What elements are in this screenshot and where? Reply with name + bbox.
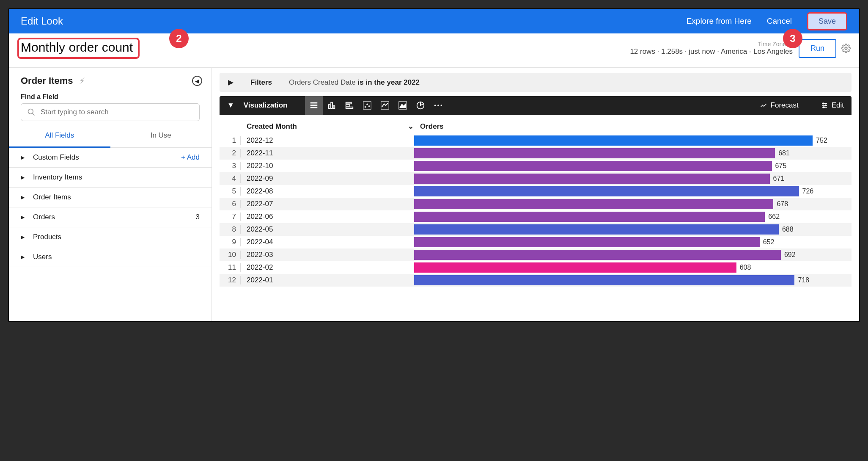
cell-created-month: 2022-02 (241, 263, 414, 272)
viz-type-column-icon[interactable] (323, 96, 341, 115)
orders-value: 678 (777, 200, 788, 208)
orders-value: 718 (798, 276, 809, 284)
caret-right-icon: ▶ (21, 214, 25, 220)
field-search[interactable] (21, 103, 200, 121)
orders-bar (414, 212, 765, 222)
svg-rect-16 (381, 102, 389, 109)
cell-created-month: 2022-09 (241, 174, 414, 183)
cell-created-month: 2022-01 (241, 276, 414, 284)
caret-right-icon: ▶ (21, 155, 25, 160)
svg-point-28 (823, 107, 824, 108)
table-row[interactable]: 92022-04652 (220, 236, 852, 248)
svg-rect-11 (346, 107, 353, 109)
cell-orders: 671 (414, 174, 852, 184)
viz-type-line-icon[interactable] (376, 96, 394, 115)
viz-type-bar-icon[interactable] (341, 96, 358, 115)
viz-edit-button[interactable]: Edit (821, 101, 844, 110)
results-panel: ▶ Filters Orders Created Date is in the … (212, 68, 859, 321)
orders-value: 675 (775, 162, 787, 170)
orders-value: 692 (784, 251, 796, 259)
row-index: 8 (220, 225, 241, 234)
filter-summary: Orders Created Date is in the year 2022 (289, 78, 420, 87)
view-label: Users (33, 253, 52, 261)
svg-rect-8 (333, 106, 335, 108)
look-title-input[interactable]: Monthly order count (21, 40, 133, 55)
orders-value: 652 (763, 238, 775, 246)
bolt-icon[interactable]: ⚡︎ (79, 76, 85, 86)
visualization-label: Visualization (244, 101, 288, 110)
cell-created-month: 2022-03 (241, 251, 414, 259)
collapse-sidebar-icon[interactable]: ◀ (192, 76, 202, 86)
caret-down-icon[interactable]: ▼ (227, 101, 234, 110)
column-created-month[interactable]: Created Month⌄ (241, 122, 414, 131)
svg-rect-12 (363, 102, 371, 109)
column-orders[interactable]: Orders (414, 122, 852, 131)
look-title-highlight: Monthly order count (17, 38, 140, 59)
table-row[interactable]: 62022-07678 (220, 198, 852, 210)
viz-type-pie-icon[interactable] (412, 96, 429, 115)
table-row[interactable]: 72022-06662 (220, 210, 852, 223)
viz-type-table-icon[interactable] (305, 96, 323, 115)
table-row[interactable]: 122022-01718 (220, 274, 852, 287)
orders-value: 688 (782, 226, 794, 233)
forecast-button[interactable]: Forecast (760, 101, 799, 110)
row-index: 11 (220, 263, 241, 272)
orders-value: 671 (773, 175, 785, 182)
timezone-label[interactable]: Time Zone (758, 41, 786, 47)
orders-bar (414, 250, 781, 260)
orders-value: 608 (740, 264, 751, 271)
view-row[interactable]: ▶Products (9, 227, 212, 247)
custom-fields-label: Custom Fields (33, 153, 79, 162)
tab-in-use[interactable]: In Use (110, 124, 212, 148)
orders-bar (414, 148, 775, 158)
cell-orders: 662 (414, 212, 852, 222)
table-row[interactable]: 22022-11681 (220, 147, 852, 160)
custom-fields-row[interactable]: ▶ Custom Fields + Add (9, 148, 212, 168)
cell-orders: 752 (414, 135, 852, 146)
view-row[interactable]: ▶Users (9, 247, 212, 267)
table-row[interactable]: 32022-10675 (220, 160, 852, 172)
run-button[interactable]: Run (799, 39, 836, 58)
save-button[interactable]: Save (807, 12, 847, 30)
table-row[interactable]: 82022-05688 (220, 223, 852, 236)
orders-bar (414, 186, 799, 196)
table-row[interactable]: 12022-12752 (220, 134, 852, 147)
filters-bar[interactable]: ▶ Filters Orders Created Date is in the … (220, 73, 852, 92)
search-input[interactable] (41, 108, 193, 116)
gear-icon[interactable] (841, 44, 851, 53)
query-status: Time Zone ⌄ 12 rows · 1.258s · just now … (630, 41, 793, 56)
viz-type-area-icon[interactable] (394, 96, 412, 115)
view-row[interactable]: ▶Orders3 (9, 207, 212, 227)
orders-bar (414, 174, 770, 184)
visualization-bar: ▼ Visualization Forecast (220, 96, 852, 115)
viz-type-more-icon[interactable] (429, 96, 447, 115)
view-row[interactable]: ▶Order Items (9, 188, 212, 207)
caret-right-icon: ▶ (21, 194, 25, 200)
table-row[interactable]: 102022-03692 (220, 248, 852, 261)
view-label: Products (33, 233, 61, 241)
view-row[interactable]: ▶Inventory Items (9, 168, 212, 188)
cell-orders: 681 (414, 148, 852, 158)
caret-right-icon: ▶ (21, 254, 25, 260)
table-row[interactable]: 112022-02608 (220, 261, 852, 274)
explore-from-here-link[interactable]: Explore from Here (687, 17, 752, 26)
svg-point-15 (369, 105, 370, 107)
svg-rect-6 (329, 105, 330, 108)
cell-created-month: 2022-12 (241, 136, 414, 145)
svg-point-21 (438, 105, 439, 106)
results-table: Created Month⌄ Orders 12022-1275222022-1… (220, 119, 852, 321)
cell-orders: 718 (414, 275, 852, 285)
annotation-badge-2: 2 (169, 29, 189, 48)
svg-rect-5 (310, 107, 318, 108)
add-custom-field-link[interactable]: + Add (181, 153, 200, 162)
caret-right-icon: ▶ (228, 78, 233, 87)
cancel-link[interactable]: Cancel (767, 17, 792, 26)
svg-point-13 (365, 106, 366, 108)
table-row[interactable]: 52022-08726 (220, 185, 852, 198)
chevron-down-icon: ⌄ (408, 122, 414, 131)
svg-rect-7 (331, 102, 333, 109)
tab-all-fields[interactable]: All Fields (9, 124, 110, 148)
viz-type-scatter-icon[interactable] (358, 96, 376, 115)
table-row[interactable]: 42022-09671 (220, 172, 852, 185)
orders-value: 752 (816, 137, 827, 144)
